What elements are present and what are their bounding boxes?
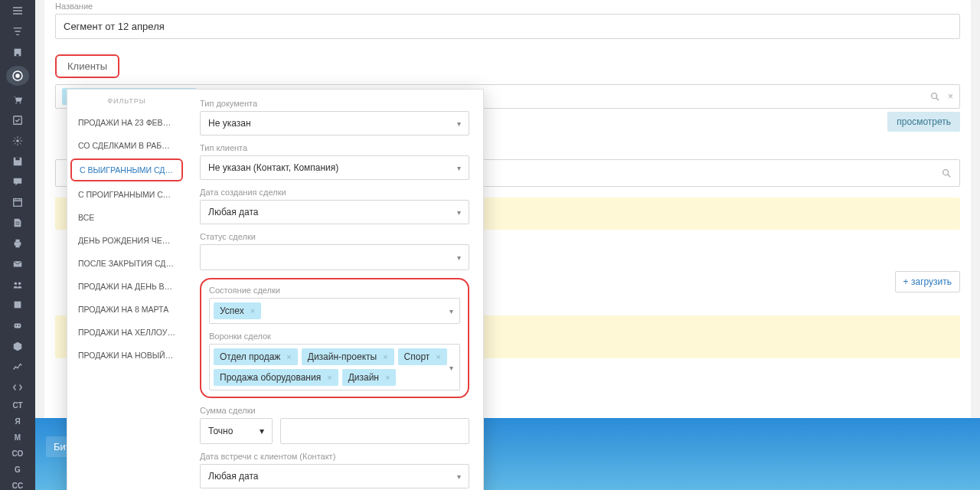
remove-tag-icon[interactable]: × [250, 306, 255, 315]
deal-date-select[interactable]: Любая дата▾ [200, 200, 469, 224]
load-button[interactable]: загрузить [895, 271, 960, 292]
svg-point-20 [18, 325, 20, 326]
svg-rect-17 [15, 302, 21, 309]
doc-type-select[interactable]: Не указан▾ [200, 111, 469, 136]
svg-rect-10 [14, 199, 22, 207]
remove-tag-icon[interactable]: × [383, 352, 387, 361]
deal-status-select[interactable]: ▾ [200, 244, 469, 270]
filter-preset-item[interactable]: Продажи на 8 марта [67, 298, 186, 321]
chevron-down-icon: ▾ [449, 307, 453, 315]
svg-point-3 [16, 74, 19, 77]
filter-tag[interactable]: Дизайн-проекты× [302, 348, 394, 365]
filter-list-title: фильтры [67, 90, 186, 111]
remove-tag-icon[interactable]: × [327, 373, 332, 382]
svg-point-15 [15, 282, 18, 285]
deal-state-label: Состояние сделки [209, 286, 460, 295]
calendar-icon[interactable] [10, 196, 25, 209]
chevron-down-icon: ▾ [457, 164, 461, 172]
search-icon[interactable] [929, 91, 940, 102]
chevron-down-icon: ▾ [457, 253, 461, 262]
filter-preset-item[interactable]: Продажи на Хеллоуин [67, 321, 186, 344]
gear-nav-icon[interactable] [10, 134, 25, 147]
users-icon[interactable] [10, 278, 25, 291]
svg-rect-9 [15, 157, 19, 160]
funnels-select[interactable]: Отдел продаж×Дизайн-проекты×Спорт×Продаж… [209, 344, 460, 390]
remove-tag-icon[interactable]: × [385, 373, 390, 382]
filter-preset-item[interactable]: После закрытия сделки [67, 252, 186, 275]
filter-tag[interactable]: Отдел продаж× [214, 348, 298, 365]
client-type-label: Тип клиента [200, 143, 469, 152]
filter-preset-item[interactable]: День рождения через 5 … [67, 229, 186, 252]
mail-icon[interactable] [10, 257, 25, 270]
chart-nav-icon[interactable] [10, 360, 25, 373]
svg-rect-13 [15, 245, 19, 248]
filter-preset-item[interactable]: Продажи на 23 февраля [67, 111, 186, 134]
meeting-date-select[interactable]: Любая дата▾ [200, 464, 469, 488]
view-button[interactable]: просмотреть [887, 112, 960, 132]
print-icon[interactable] [10, 237, 25, 250]
svg-point-5 [20, 103, 21, 104]
chevron-down-icon: ▾ [457, 208, 461, 217]
filter-tag[interactable]: Дизайн× [342, 369, 397, 386]
save-nav-icon[interactable] [10, 155, 25, 168]
nav-text[interactable]: G [15, 466, 21, 474]
highlighted-filter-group: Состояние сделки Успех× ▾ Воронки сделок… [200, 278, 469, 398]
target-icon[interactable] [6, 66, 29, 85]
chat-icon[interactable] [10, 175, 25, 188]
amount-value-input[interactable] [280, 418, 469, 444]
menu-icon[interactable] [10, 5, 25, 18]
name-label: Название [55, 0, 960, 11]
close-icon[interactable]: × [948, 91, 953, 102]
filter-tag[interactable]: Успех× [214, 302, 261, 319]
filter-presets-list: фильтры Продажи на 23 февраляСо сделками… [67, 90, 186, 490]
remove-tag-icon[interactable]: × [286, 352, 291, 361]
nav-text[interactable]: Я [15, 417, 20, 426]
building-icon[interactable] [10, 46, 25, 59]
svg-rect-1 [16, 54, 19, 57]
code-icon[interactable] [10, 381, 25, 394]
bot-icon[interactable] [10, 319, 25, 332]
box-icon[interactable] [10, 340, 25, 353]
filter-preset-item[interactable]: С проигранными сделк… [67, 183, 186, 206]
deal-date-label: Дата создания сделки [200, 188, 469, 197]
check-icon[interactable] [10, 114, 25, 127]
filter-fields-panel: Тип документа Не указан▾ Тип клиента Не … [186, 90, 483, 490]
segment-name-input[interactable] [55, 14, 960, 39]
amount-mode-select[interactable]: Точно▾ [200, 418, 273, 444]
filter-preset-item[interactable]: Продажи на новый год [67, 344, 186, 367]
svg-rect-18 [15, 324, 21, 328]
nav-text[interactable]: CC [12, 482, 23, 490]
filter-preset-item[interactable]: С выигранными сделка… [70, 158, 183, 181]
filter-icon[interactable] [10, 25, 25, 38]
funnels-label: Воронки сделок [209, 332, 460, 341]
deal-state-select[interactable]: Успех× ▾ [209, 298, 460, 324]
nav-text[interactable]: М [15, 433, 21, 442]
client-type-select[interactable]: Не указан (Контакт, Компания)▾ [200, 155, 469, 180]
svg-point-22 [943, 170, 949, 175]
remove-tag-icon[interactable]: × [436, 352, 440, 361]
svg-point-16 [18, 282, 21, 285]
chevron-down-icon: ▾ [449, 363, 453, 371]
filter-preset-item[interactable]: Со сделками в работе [67, 134, 186, 157]
svg-point-21 [932, 93, 937, 99]
meeting-date-label: Дата встречи с клиентом (Контакт) [200, 452, 469, 461]
filter-preset-item[interactable]: Продажи на день влюб… [67, 275, 186, 298]
svg-point-7 [16, 139, 19, 142]
chevron-down-icon: ▾ [457, 472, 461, 481]
doc-icon[interactable] [10, 217, 25, 230]
chevron-down-icon: ▾ [457, 119, 461, 128]
left-nav: СТ Я М СО G CC [0, 0, 35, 490]
svg-point-4 [15, 103, 17, 104]
puzzle-icon[interactable] [10, 299, 25, 312]
svg-point-19 [15, 325, 17, 326]
clients-tab[interactable]: Клиенты [55, 54, 119, 78]
filter-tag[interactable]: Спорт× [398, 348, 447, 365]
filter-preset-item[interactable]: Все [67, 206, 186, 229]
filter-tag[interactable]: Продажа оборудования× [214, 369, 338, 386]
chevron-down-icon: ▾ [260, 426, 264, 436]
nav-text[interactable]: СО [12, 449, 24, 458]
cart-icon[interactable] [10, 93, 25, 106]
deal-status-label: Статус сделки [200, 232, 469, 241]
nav-text[interactable]: СТ [12, 401, 22, 410]
filter-popover: фильтры Продажи на 23 февраляСо сделками… [67, 89, 484, 490]
